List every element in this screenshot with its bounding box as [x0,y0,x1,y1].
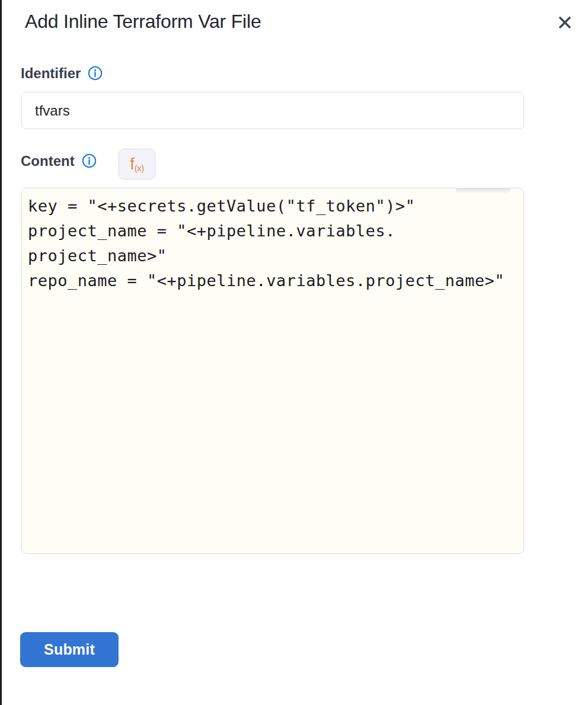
expression-fx-button[interactable]: f(x) [119,149,155,180]
editor-scroll-thumb [456,188,510,194]
info-icon[interactable] [82,153,97,168]
content-code-editor[interactable]: key = "<+secrets.getValue("tf_token")>" … [21,188,524,554]
content-label-row: Content [21,153,97,169]
close-icon [556,14,574,33]
identifier-input[interactable] [21,92,524,129]
identifier-label-row: Identifier [21,65,103,82]
identifier-label: Identifier [21,65,81,82]
content-label: Content [21,153,75,169]
submit-button[interactable]: Submit [20,632,119,667]
drawer-left-edge [0,0,2,705]
page-title: Add Inline Terraform Var File [25,11,261,33]
fx-expression-icon: f(x) [130,156,144,172]
info-icon[interactable] [88,66,103,81]
close-button[interactable] [555,13,575,33]
content-code-text[interactable]: key = "<+secrets.getValue("tf_token")>" … [22,188,523,293]
